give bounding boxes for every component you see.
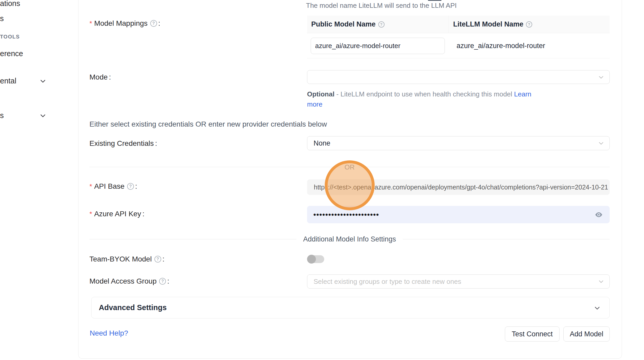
select-placeholder: Select existing groups or type to create… [314, 278, 461, 286]
existing-credentials-select[interactable]: None [307, 136, 610, 150]
chevron-down-icon [598, 140, 604, 146]
required-mark: * [89, 19, 92, 28]
model-access-group-label: Model Access Group ? : [89, 277, 169, 285]
api-base-label: * API Base ? : [89, 182, 137, 191]
test-connect-button[interactable]: Test Connect [505, 326, 560, 342]
chevron-down-icon [594, 305, 600, 311]
click-highlight-circle [325, 160, 375, 210]
mode-select[interactable] [307, 70, 610, 84]
required-mark: * [89, 210, 92, 218]
chevron-down-icon [598, 74, 604, 80]
add-model-button[interactable]: Add Model [563, 326, 610, 342]
chevron-down-icon [598, 278, 604, 285]
eye-icon[interactable] [595, 211, 603, 219]
sidebar-item-inference[interactable]: erence [0, 49, 23, 58]
question-circle-icon[interactable]: ? [150, 20, 157, 27]
sidebar-item-organizations[interactable]: ations [0, 0, 20, 8]
existing-credentials-label: Existing Credentials : [89, 139, 157, 148]
question-circle-icon[interactable]: ? [154, 256, 161, 263]
sidebar-section-tools: TOOLS [0, 34, 20, 40]
question-circle-icon[interactable]: ? [159, 278, 166, 285]
add-model-page: ations s TOOLS erence ental s The model … [0, 0, 644, 360]
toggle-knob [307, 255, 316, 264]
sidebar-item[interactable]: s [0, 14, 4, 23]
table-row: azure_ai/azure-model-router azure_ai/azu… [307, 33, 610, 58]
team-byok-toggle[interactable] [307, 255, 324, 263]
mode-label: Mode : [89, 73, 111, 81]
column-header-public-model-name: Public Model Name ? [307, 16, 448, 33]
advanced-settings-panel[interactable]: Advanced Settings [91, 297, 610, 318]
model-mappings-label: * Model Mappings ? : [89, 19, 160, 28]
question-circle-icon[interactable]: ? [378, 21, 385, 28]
team-byok-label: Team-BYOK Model ? : [89, 255, 164, 263]
table-header: Public Model Name ? LiteLLM Model Name ? [307, 16, 610, 33]
sidebar-item-experimental[interactable]: ental [0, 77, 16, 85]
azure-api-key-label: * Azure API Key : [89, 210, 144, 218]
need-help-link[interactable]: Need Help? [90, 329, 128, 337]
required-mark: * [89, 182, 92, 191]
sidebar-item-settings[interactable]: s [0, 111, 4, 120]
chevron-down-icon[interactable] [40, 78, 46, 84]
question-circle-icon[interactable]: ? [127, 183, 134, 190]
mode-help-text: Optional - LiteLLM endpoint to use when … [307, 89, 532, 109]
masked-api-key: •••••••••••••••••••••• [313, 211, 379, 219]
additional-info-divider: Additional Model Info Settings [89, 235, 610, 244]
model-name-hint: The model name LiteLLM will send to the … [306, 2, 457, 10]
model-access-group-select[interactable]: Select existing groups or type to create… [307, 274, 610, 289]
model-mappings-table: Public Model Name ? LiteLLM Model Name ?… [307, 16, 610, 58]
public-model-name-input[interactable]: azure_ai/azure-model-router [311, 38, 445, 54]
column-header-litellm-model-name: LiteLLM Model Name ? [448, 16, 610, 33]
litellm-model-name-value: azure_ai/azure-model-router [457, 42, 545, 50]
credentials-note: Either select existing credentials OR en… [89, 120, 327, 128]
chevron-down-icon[interactable] [40, 112, 46, 119]
question-circle-icon[interactable]: ? [526, 21, 532, 28]
cropped-element-fragment [428, 0, 441, 1]
